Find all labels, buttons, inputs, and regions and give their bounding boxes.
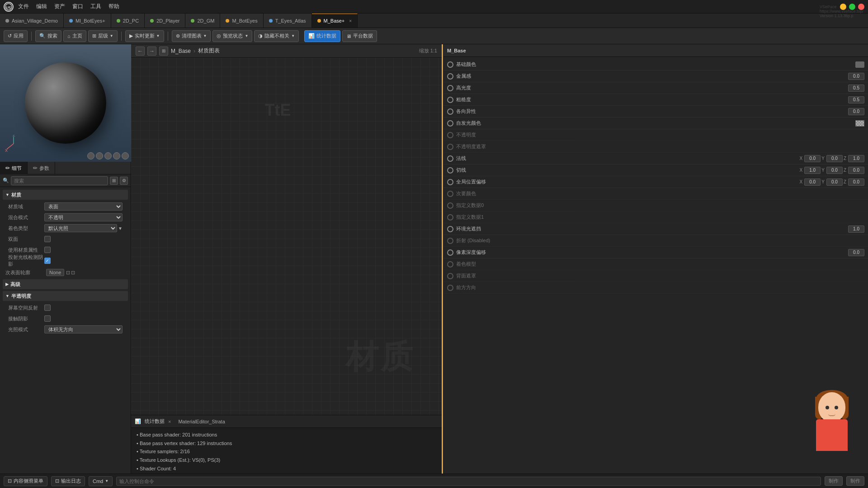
save-button[interactable]: ↺ 应用 [4, 30, 28, 42]
stats-close-btn[interactable]: × [168, 419, 171, 424]
subsurface-browse-icon[interactable]: ⊡ [66, 270, 70, 276]
material-section-header[interactable]: ▼ 材质 [3, 190, 128, 200]
pin-normal[interactable] [447, 155, 453, 162]
menu-file[interactable]: 文件 [18, 3, 29, 10]
viewport-ctrl-4[interactable] [113, 152, 120, 160]
screen-reflection-checkbox[interactable] [44, 305, 51, 311]
normal-y-input[interactable]: 0.0 [826, 155, 843, 162]
use-material-attrs-checkbox[interactable] [44, 247, 51, 253]
lighting-mode-dropdown[interactable]: 体积无方向 [44, 325, 123, 333]
menu-window[interactable]: 窗口 [72, 3, 83, 10]
tab-detail[interactable]: ✏ 细节 [0, 162, 28, 174]
anisotropy-input[interactable]: 0.0 [848, 108, 864, 115]
contact-shadow-checkbox[interactable] [44, 315, 51, 322]
pin-metallic[interactable] [447, 73, 453, 80]
tab-2dgm[interactable]: 2D_GM [185, 14, 220, 28]
cmd-button[interactable]: Cmd ▼ [89, 476, 113, 486]
tangent-y-input[interactable]: 0.0 [826, 167, 843, 174]
blend-mode-dropdown[interactable]: 不透明 [44, 213, 123, 221]
forward-button[interactable]: → [147, 47, 156, 56]
stats-button[interactable]: 📊 统计数据 [304, 30, 340, 42]
pin-front-direction[interactable] [447, 285, 453, 291]
pixel-depth-input[interactable]: 0.0 [848, 249, 864, 256]
back-button[interactable]: ← [136, 47, 145, 56]
shading-type-dropdown[interactable]: 默认光照 [44, 224, 117, 232]
two-sided-checkbox[interactable] [44, 236, 51, 242]
viewport-ctrl-1[interactable] [87, 152, 94, 160]
world-pos-y-input[interactable]: 0.0 [826, 178, 843, 186]
tab-2dpc[interactable]: 2D_PC [111, 14, 145, 28]
advanced-section-header[interactable]: ▶ 高级 [3, 279, 128, 289]
menu-edit[interactable]: 编辑 [36, 3, 47, 10]
pin-refraction[interactable] [447, 238, 453, 244]
pin-secondary-color[interactable] [447, 191, 453, 197]
tab-2dplayer[interactable]: 2D_Player [145, 14, 185, 28]
tab-mi-boteyes[interactable]: MI_BotEyes+ [64, 14, 111, 28]
pin-custom-data-1[interactable] [447, 214, 453, 221]
pin-base-color[interactable] [447, 61, 453, 68]
breadcrumb-root[interactable]: M_Base [171, 48, 191, 54]
output-log-button[interactable]: ⊡ 输出日志 [51, 476, 85, 486]
subsurface-value[interactable]: None [46, 269, 64, 276]
metallic-input[interactable]: 0.0 [848, 73, 864, 80]
subsurface-options-icon[interactable]: ⊡ [71, 270, 75, 276]
pin-roughness[interactable] [447, 97, 453, 103]
viewport-ctrl-3[interactable] [104, 152, 112, 160]
world-pos-x-input[interactable]: 0.0 [804, 178, 821, 186]
layers-button[interactable]: ⊞ 层级 ▼ [88, 30, 118, 42]
pin-shading-model[interactable] [447, 261, 453, 267]
material-domain-dropdown[interactable]: 表面 [44, 202, 123, 211]
home-button[interactable]: ⌂ 主页 [63, 30, 86, 42]
tangent-z-input[interactable]: 0.0 [848, 167, 864, 174]
pin-opacity[interactable] [447, 132, 453, 138]
tab-asian-village[interactable]: Asian_Village_Demo [0, 14, 64, 28]
preview-button[interactable]: ◎ 预览状态 ▼ [212, 30, 252, 42]
realtime-button[interactable]: ▶ 实时更新 ▼ [125, 30, 164, 42]
normal-z-input[interactable]: 1.0 [848, 155, 864, 162]
detail-settings-icon[interactable]: ⚙ [120, 177, 128, 185]
world-pos-z-input[interactable]: 0.0 [848, 178, 864, 186]
maximize-button[interactable] [849, 4, 855, 10]
pin-ambient-occlusion[interactable] [447, 226, 453, 232]
pin-specular[interactable] [447, 85, 453, 91]
ao-input[interactable]: 1.0 [848, 225, 864, 233]
tab-close-mbase[interactable]: × [349, 19, 352, 23]
cmd-input[interactable] [116, 477, 821, 486]
tab-params[interactable]: ✏ 参数 [28, 162, 55, 174]
status-btn[interactable]: 制作 [825, 476, 843, 486]
base-color-swatch[interactable] [855, 61, 864, 68]
menu-tools[interactable]: 工具 [90, 3, 101, 10]
tab-teyes-atlas[interactable]: T_Eyes_Atlas [264, 14, 312, 28]
viewport[interactable]: Z X [0, 44, 131, 162]
pin-anisotropy[interactable] [447, 108, 453, 115]
roughness-input[interactable]: 0.5 [848, 96, 864, 103]
tab-mbase[interactable]: M_Base+ × [312, 14, 358, 28]
emissive-checker[interactable] [855, 120, 864, 127]
hide-unrelated-button[interactable]: ◑ 隐藏不相关 ▼ [254, 30, 299, 42]
pin-pixel-depth[interactable] [447, 249, 453, 256]
stats-tab-label[interactable]: 统计数据 [145, 418, 165, 425]
specular-input[interactable]: 0.5 [848, 84, 864, 92]
tab-mboteyes[interactable]: M_BotEyes [220, 14, 263, 28]
platform-button[interactable]: 🖥 平台数据 [342, 30, 377, 42]
menu-help[interactable]: 帮助 [108, 3, 119, 10]
viewport-ctrl-5[interactable] [122, 152, 129, 160]
content-browser-button[interactable]: ⊡ 内容侧滑菜单 [4, 476, 47, 486]
pin-opacity-mask[interactable] [447, 144, 453, 150]
close-button[interactable] [858, 4, 864, 10]
minimize-button[interactable] [840, 4, 846, 10]
viewport-ctrl-2[interactable] [96, 152, 103, 160]
cleanup-button[interactable]: ⊛ 清理图表 ▼ [172, 30, 211, 42]
pin-back-face[interactable] [447, 273, 453, 279]
expand-button[interactable]: ⊞ [159, 47, 168, 56]
normal-x-input[interactable]: 0.0 [804, 155, 821, 162]
menu-assets[interactable]: 资产 [54, 3, 65, 10]
pin-world-pos[interactable] [447, 179, 453, 185]
status-make[interactable]: 制作 [846, 476, 864, 486]
canvas-area[interactable]: 材质 TtE [131, 58, 442, 415]
translucency-section-header[interactable]: ▼ 半透明度 [3, 291, 128, 301]
material-editor-tab[interactable]: MaterialEditor_Strata [178, 419, 225, 424]
tangent-x-input[interactable]: 1.0 [804, 167, 821, 174]
detail-search-input[interactable] [11, 176, 108, 185]
pin-tangent[interactable] [447, 167, 453, 174]
